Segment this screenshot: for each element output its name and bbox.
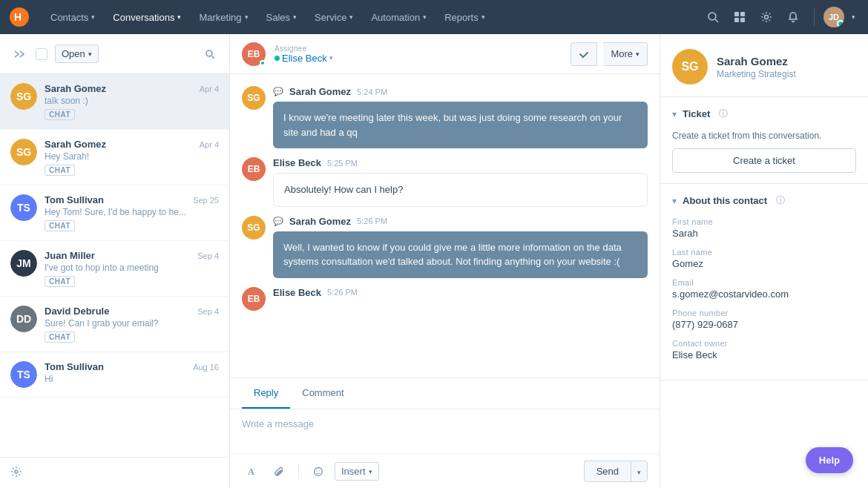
contact-field: Last name Gomez [672,248,856,269]
settings-icon[interactable] [754,5,778,29]
send-dropdown-button[interactable]: ▾ [631,461,648,482]
conv-preview: Sure! Can I grab your email? [45,318,219,329]
user-status-dot [837,20,844,27]
send-group: Send ▾ [584,461,648,482]
conversation-item[interactable]: TS Tom Sullivan Sep 25 Hey Tom! Sure, I'… [0,185,229,241]
reply-tab[interactable]: Reply [242,378,290,409]
field-value: Gomez [672,258,856,269]
contact-header: SG Sarah Gomez Marketing Strategist [660,34,868,97]
conv-body: Tom Sullivan Sep 25 Hey Tom! Sure, I'd b… [45,194,219,231]
nav-contacts[interactable]: Contacts▾ [42,0,104,34]
expand-sidebar-button[interactable] [10,45,28,63]
message-time: 5:26 PM [327,288,358,297]
assignee-name[interactable]: Elise Beck ▾ [274,53,333,64]
search-icon[interactable] [701,5,725,29]
conv-tag: CHAT [45,332,75,343]
emoji-button[interactable] [308,461,329,482]
conv-name: Tom Sullivan [45,194,104,205]
message-content: I know we're meeting later this week, bu… [273,102,648,148]
contact-field: Contact owner Elise Beck [672,339,856,360]
hubspot-logo[interactable]: H [9,7,30,27]
field-label: Last name [672,248,856,257]
empty-message [273,303,648,326]
nav-sales[interactable]: Sales▾ [257,0,306,34]
top-navigation: H Contacts▾ Conversations▾ Marketing▾ Sa… [0,0,868,34]
conv-tag: CHAT [45,165,75,176]
svg-rect-7 [740,18,745,22]
attachment-button[interactable] [269,461,289,482]
ticket-info-icon[interactable]: ⓘ [719,108,728,120]
message-sender: Sarah Gomez [289,216,351,227]
conv-date: Apr 4 [200,140,219,149]
user-menu-caret[interactable]: ▾ [847,5,859,29]
field-label: Email [672,278,856,287]
conv-avatar: JM [10,250,37,277]
conv-name: David Debrule [45,306,109,317]
user-avatar[interactable]: JD [823,7,844,27]
conv-name: Juan Miller [45,250,95,261]
conversation-item[interactable]: TS Tom Sullivan Aug 16 Hi [0,352,229,398]
assignee-label: Assignee [274,44,333,53]
reply-input-area[interactable]: Write a message [230,409,660,454]
about-section-header[interactable]: ▾ About this contact ⓘ [660,184,868,217]
message-avatar: EB [242,157,266,181]
create-ticket-button[interactable]: Create a ticket [672,148,856,173]
about-contact-section: ▾ About this contact ⓘ First name Sarah … [660,184,868,380]
sidebar-settings-icon[interactable] [10,466,22,480]
message-bubble: 💬 Sarah Gomez 5:26 PM Well, I wanted to … [273,216,648,278]
field-value: Elise Beck [672,349,856,360]
sidebar-search-button[interactable] [201,45,219,63]
conv-body: Sarah Gomez Apr 4 talk soon :) CHAT [45,83,219,120]
contact-field: First name Sarah [672,217,856,239]
conv-name: Tom Sullivan [45,361,104,372]
message-time: 5:25 PM [327,159,358,168]
conversation-item[interactable]: SG Sarah Gomez Apr 4 Hey Sarah! CHAT [0,130,229,185]
field-value: s.gomez@costarvideo.com [672,288,856,300]
about-info-icon[interactable]: ⓘ [776,194,785,207]
conv-tag: CHAT [45,220,75,231]
filter-dropdown[interactable]: Open ▾ [55,44,99,63]
conv-date: Sep 4 [197,307,219,316]
conv-preview: Hi [45,374,219,384]
insert-caret-icon: ▾ [369,468,372,475]
message-time: 5:24 PM [357,88,387,96]
conversation-item[interactable]: JM Juan Miller Sep 4 I've got to hop int… [0,241,229,297]
more-actions-button[interactable]: More ▾ [603,42,648,66]
send-dropdown-caret: ▾ [637,469,641,476]
conversation-list: SG Sarah Gomez Apr 4 talk soon :) CHAT S… [0,74,229,457]
contact-avatar: SG [672,49,708,85]
select-all-checkbox[interactable] [36,48,47,60]
conv-date: Sep 4 [197,251,219,260]
help-button[interactable]: Help [806,447,853,473]
conversation-item[interactable]: SG Sarah Gomez Apr 4 talk soon :) CHAT [0,74,229,130]
conv-tag: CHAT [45,109,75,120]
assignee-dropdown-caret[interactable]: ▾ [329,54,333,62]
nav-service[interactable]: Service▾ [306,0,362,34]
nav-marketing[interactable]: Marketing▾ [190,0,257,34]
chat-header-info: Assignee Elise Beck ▾ [274,44,333,64]
nav-conversations[interactable]: Conversations▾ [104,0,190,34]
conv-date: Apr 4 [200,85,219,93]
comment-tab[interactable]: Comment [290,378,355,409]
conv-body: Sarah Gomez Apr 4 Hey Sarah! CHAT [45,139,219,176]
conv-name: Sarah Gomez [45,139,106,150]
notifications-icon[interactable] [781,5,805,29]
marketplace-icon[interactable] [728,5,752,29]
nav-reports[interactable]: Reports▾ [435,0,494,34]
nav-automation[interactable]: Automation▾ [362,0,435,34]
insert-button[interactable]: Insert ▾ [335,462,379,481]
svg-text:H: H [14,11,22,23]
contact-name[interactable]: Sarah Gomez [717,55,796,67]
conv-preview: I've got to hop into a meeting [45,263,219,273]
assignee-status-dot [260,60,266,66]
message-row: SG 💬 Sarah Gomez 5:24 PM I know we're me… [242,86,648,148]
text-format-button[interactable]: A [242,461,263,482]
ticket-section-body: Create a ticket from this conversation. … [660,131,868,183]
about-section-body: First name Sarah Last name Gomez Email s… [660,217,868,380]
conv-preview: Hey Tom! Sure, I'd be happy to he... [45,207,219,217]
resolve-button[interactable] [571,42,597,66]
ticket-section-header[interactable]: ▾ Ticket ⓘ [660,97,868,131]
ticket-section-title: Ticket [683,108,710,119]
send-button[interactable]: Send [584,461,631,482]
conversation-item[interactable]: DD David Debrule Sep 4 Sure! Can I grab … [0,297,229,352]
